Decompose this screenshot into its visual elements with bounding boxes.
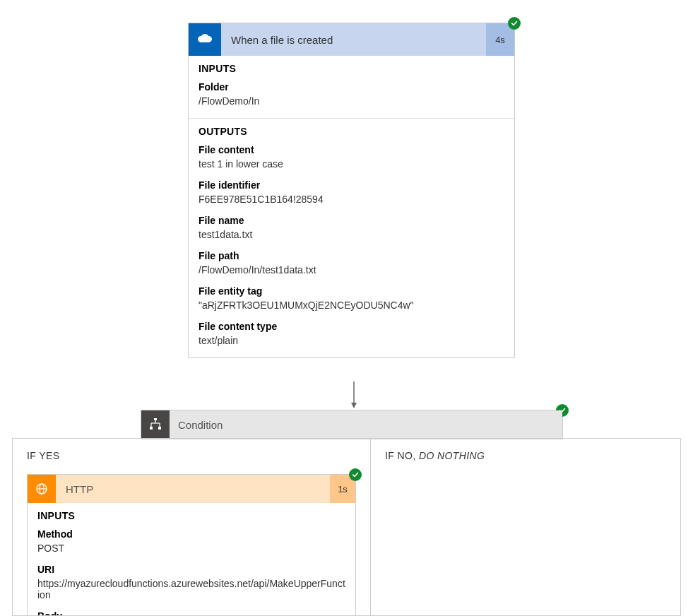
if-no-em: DO NOTHING — [419, 450, 485, 461]
kv-file-name: File name test1data.txt — [199, 215, 504, 240]
trigger-inputs-section: INPUTS Folder /FlowDemo/In — [189, 56, 514, 118]
kv-label: Method — [37, 528, 345, 540]
kv-file-content: File content test 1 in lower case — [199, 144, 504, 170]
kv-label: File path — [199, 250, 504, 261]
http-card[interactable]: HTTP 1s INPUTS Method POST URI https://m… — [27, 474, 356, 616]
kv-value: "aRjZFRTk3OEU1MUMxQjE2NCEyODU5NC4w" — [199, 300, 504, 311]
condition-branches: IF YES HTTP 1s INPUTS Method — [12, 438, 681, 616]
kv-method: Method POST — [37, 528, 345, 554]
kv-label: File identifier — [199, 179, 504, 191]
kv-label: File content type — [199, 321, 504, 332]
kv-folder: Folder /FlowDemo/In — [199, 81, 504, 107]
kv-uri: URI https://myazurecloudfunctions.azurew… — [37, 564, 345, 600]
arrow-down-icon — [350, 381, 357, 410]
svg-rect-7 — [158, 427, 161, 430]
condition-card[interactable]: Condition — [141, 410, 563, 439]
kv-value: /FlowDemo/In — [199, 95, 504, 107]
condition-header[interactable]: Condition — [141, 410, 562, 439]
success-badge-icon — [508, 17, 521, 30]
kv-label: Body — [37, 610, 345, 616]
svg-rect-6 — [150, 427, 153, 430]
if-no-label: IF NO, DO NOTHING — [385, 450, 666, 461]
kv-value: test 1 in lower case — [199, 158, 504, 170]
trigger-header[interactable]: When a file is created 4s — [189, 23, 514, 56]
kv-label: File name — [199, 215, 504, 226]
kv-value: text/plain — [199, 335, 504, 346]
condition-title: Condition — [170, 410, 562, 439]
if-yes-label: IF YES — [27, 450, 356, 461]
condition-icon — [141, 410, 170, 439]
trigger-outputs-section: OUTPUTS File content test 1 in lower cas… — [189, 118, 514, 357]
success-badge-icon — [349, 468, 362, 481]
kv-label: File content — [199, 144, 504, 155]
http-globe-icon — [28, 475, 56, 503]
trigger-title: When a file is created — [221, 23, 486, 56]
outputs-heading: OUTPUTS — [199, 126, 504, 137]
http-header[interactable]: HTTP 1s — [28, 475, 355, 503]
if-no-prefix: IF NO, — [385, 450, 419, 461]
kv-label: URI — [37, 564, 345, 575]
onedrive-icon — [189, 23, 221, 56]
kv-file-entity-tag: File entity tag "aRjZFRTk3OEU1MUMxQjE2NC… — [199, 285, 504, 311]
kv-body: Body — [37, 610, 345, 616]
inputs-heading: INPUTS — [199, 63, 504, 74]
kv-file-identifier: File identifier F6EE978E51C1B164!28594 — [199, 179, 504, 205]
kv-value: test1data.txt — [199, 229, 504, 240]
kv-value: https://myazurecloudfunctions.azurewebsi… — [37, 578, 345, 600]
kv-label: Folder — [199, 81, 504, 93]
trigger-card[interactable]: When a file is created 4s INPUTS Folder … — [188, 23, 515, 358]
svg-rect-1 — [154, 418, 157, 420]
kv-value: F6EE978E51C1B164!28594 — [199, 194, 504, 205]
kv-value: POST — [37, 543, 345, 554]
kv-file-content-type: File content type text/plain — [199, 321, 504, 346]
kv-value: /FlowDemo/In/test1data.txt — [199, 264, 504, 276]
kv-label: File entity tag — [199, 285, 504, 297]
branch-if-no: IF NO, DO NOTHING — [370, 439, 680, 615]
http-title: HTTP — [56, 475, 330, 503]
http-inputs-section: INPUTS Method POST URI https://myazurecl… — [28, 503, 355, 616]
branch-if-yes: IF YES HTTP 1s INPUTS Method — [13, 439, 370, 615]
kv-file-path: File path /FlowDemo/In/test1data.txt — [199, 250, 504, 276]
inputs-heading: INPUTS — [37, 510, 345, 521]
